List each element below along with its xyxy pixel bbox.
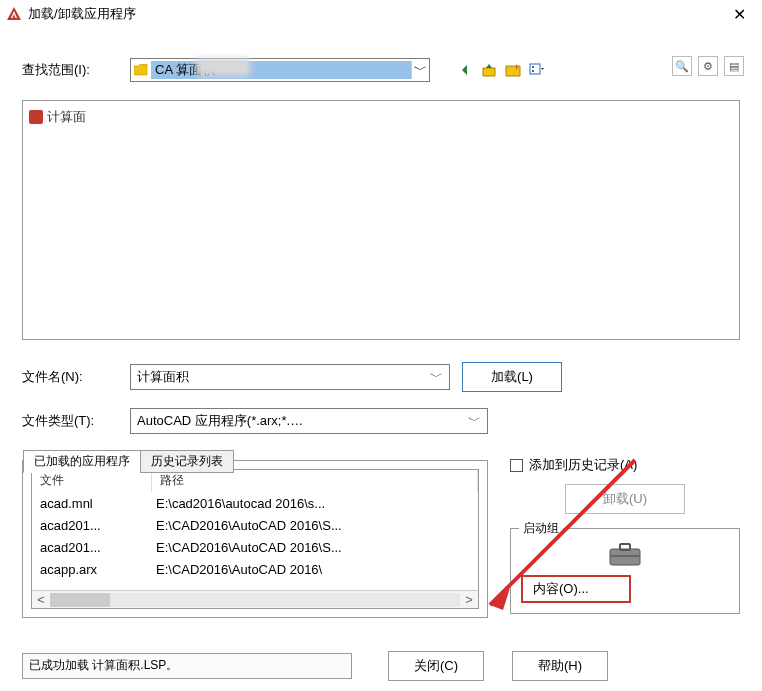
file-item[interactable]: 计算面	[29, 107, 733, 127]
filename-value: 计算面积	[137, 368, 290, 386]
table-row[interactable]: acad.mnlE:\cad2016\autocad 2016\s...	[32, 492, 478, 514]
tab-loaded-apps[interactable]: 已加载的应用程序	[23, 450, 141, 473]
svg-rect-4	[620, 544, 630, 550]
folder-icon	[131, 64, 151, 76]
load-button[interactable]: 加载(L)	[462, 362, 562, 392]
scope-selected: CA 算面积	[151, 61, 411, 79]
unload-button: 卸载(U)	[565, 484, 685, 514]
startup-group: 启动组 内容(O)...	[510, 528, 740, 614]
scope-label: 查找范围(I):	[22, 61, 118, 79]
scroll-left-icon[interactable]: <	[32, 592, 50, 607]
loaded-apps-list[interactable]: 文件 路径 acad.mnlE:\cad2016\autocad 2016\s.…	[31, 469, 479, 609]
view-menu-icon[interactable]	[528, 61, 546, 79]
extra-icon[interactable]: ▤	[724, 56, 744, 76]
help-button[interactable]: 帮助(H)	[512, 651, 608, 681]
tools-icon[interactable]: ⚙	[698, 56, 718, 76]
close-icon[interactable]: ✕	[723, 5, 756, 24]
scroll-right-icon[interactable]: >	[460, 592, 478, 607]
filetype-combo[interactable]: AutoCAD 应用程序(*.arx;*.crx;*.lsp;*.dvb;*.d…	[130, 408, 488, 434]
chevron-down-icon[interactable]: ﹀	[290, 368, 443, 386]
startup-legend: 启动组	[519, 520, 563, 537]
redaction-mask	[196, 58, 250, 76]
svg-rect-0	[530, 64, 540, 74]
add-history-label: 添加到历史记录(A)	[529, 456, 637, 474]
svg-rect-5	[610, 555, 640, 557]
filename-label: 文件名(N):	[22, 368, 118, 386]
contents-button[interactable]: 内容(O)...	[521, 575, 631, 603]
table-row[interactable]: acad201...E:\CAD2016\AutoCAD 2016\S...	[32, 514, 478, 536]
chevron-down-icon[interactable]: ﹀	[411, 61, 429, 79]
app-logo-icon	[6, 6, 22, 22]
table-row[interactable]: acapp.arxE:\CAD2016\AutoCAD 2016\	[32, 558, 478, 580]
status-message: 已成功加载 计算面积.LSP。	[22, 653, 352, 679]
filename-combo[interactable]: 计算面积 ﹀	[130, 364, 450, 390]
horizontal-scrollbar[interactable]: < >	[32, 590, 478, 608]
chevron-down-icon[interactable]: ﹀	[309, 412, 481, 430]
briefcase-icon	[608, 541, 642, 567]
scope-combo[interactable]: CA 算面积 ﹀	[130, 58, 430, 82]
filetype-label: 文件类型(T):	[22, 412, 118, 430]
filetype-value: AutoCAD 应用程序(*.arx;*.crx;*.lsp;*.dvb;*.d…	[137, 412, 309, 430]
col-path[interactable]: 路径	[152, 470, 478, 492]
favorites-icon[interactable]	[504, 61, 522, 79]
file-browser[interactable]: 计算面	[22, 100, 740, 340]
up-icon[interactable]	[480, 61, 498, 79]
file-item-label: 计算面	[47, 108, 86, 126]
col-file[interactable]: 文件	[32, 470, 152, 492]
lsp-file-icon	[29, 110, 43, 124]
svg-rect-2	[532, 70, 534, 72]
tab-history[interactable]: 历史记录列表	[140, 450, 234, 473]
search-tool-icon[interactable]: 🔍	[672, 56, 692, 76]
table-row[interactable]: acad201...E:\CAD2016\AutoCAD 2016\S...	[32, 536, 478, 558]
window-title: 加载/卸载应用程序	[28, 5, 723, 23]
svg-rect-1	[532, 66, 534, 68]
add-history-checkbox[interactable]	[510, 459, 523, 472]
close-button[interactable]: 关闭(C)	[388, 651, 484, 681]
back-icon[interactable]	[456, 61, 474, 79]
